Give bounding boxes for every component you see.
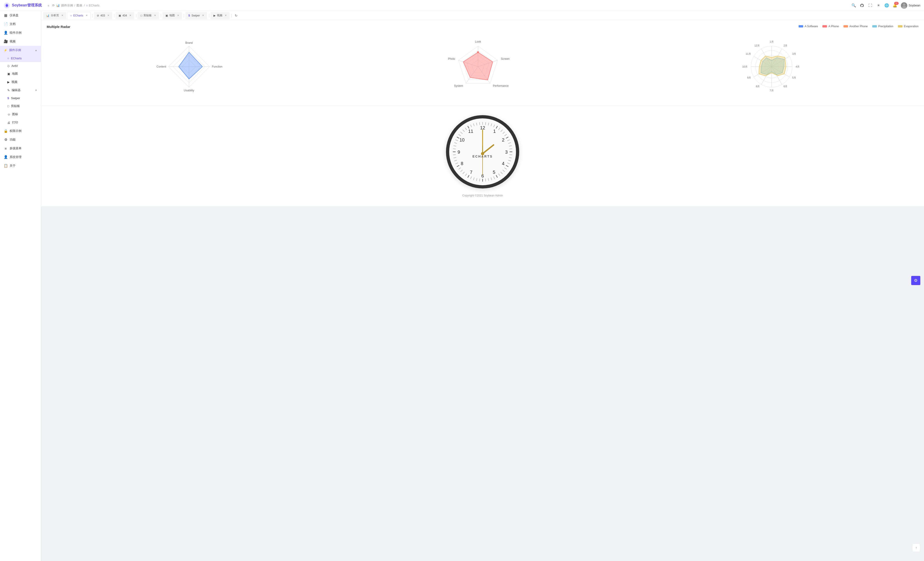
sidebar-item-antv[interactable]: ◇ AntV [0, 62, 41, 70]
sidebar-item-permissions[interactable]: 🔒 权限示例 [0, 126, 41, 135]
sidebar-item-about-label: 关于 [10, 164, 15, 168]
scroll-top-icon: ↑ [915, 546, 917, 549]
clock-num-7: 7 [470, 170, 472, 175]
sidebar-item-video-top[interactable]: 🎥 视频 [0, 37, 41, 46]
breadcrumb-item-charts[interactable]: 图表 [76, 3, 82, 8]
svg-point-32 [477, 51, 479, 53]
sidebar-item-swiper[interactable]: S Swiper [0, 94, 41, 102]
svg-line-98 [471, 176, 472, 179]
tab-403-label: 403 [100, 14, 105, 17]
tab-analysis-close[interactable]: ✕ [62, 14, 63, 17]
svg-text:6月: 6月 [783, 85, 788, 88]
tab-analysis-label: 分析页 [51, 14, 59, 17]
settings-fab-icon: ⚙ [914, 278, 918, 283]
tab-analysis[interactable]: 📊 分析页 ✕ [43, 12, 66, 19]
sidebar-item-docs[interactable]: 📄 文档 [0, 20, 41, 29]
clock-hour-hand [483, 145, 494, 153]
sidebar-item-map[interactable]: ▣ 地图 [0, 70, 41, 78]
tab-404-close[interactable]: ✕ [129, 14, 131, 17]
sidebar-item-echarts[interactable]: ○ ECharts [0, 54, 41, 62]
plugins-icon: ⚡ [4, 48, 8, 52]
sidebar-item-dashboard[interactable]: ▦ 仪表盘 [0, 11, 41, 20]
svg-text:9月: 9月 [747, 76, 751, 79]
svg-line-114 [468, 126, 469, 128]
multimenu-icon: ≡ [4, 147, 8, 150]
svg-marker-26 [464, 52, 493, 80]
github-icon[interactable] [860, 3, 864, 8]
svg-line-110 [453, 149, 456, 149]
svg-line-113 [455, 140, 458, 141]
svg-line-70 [498, 128, 500, 130]
logo-area: Soybean管理系统 [4, 2, 45, 9]
tab-echarts[interactable]: ○ ECharts ✕ [67, 12, 91, 19]
icon-lib-icon: ☺ [8, 113, 10, 116]
sidebar-item-video[interactable]: ▶ 视频 [0, 78, 41, 86]
tab-map-close[interactable]: ✕ [177, 14, 179, 17]
app-title: Soybean管理系统 [12, 3, 42, 8]
svg-line-64 [496, 126, 498, 128]
sidebar-item-iconlib[interactable]: ☺ 图标 [0, 110, 41, 118]
sidebar-group-plugins: ⚡ 插件示例 ▲ ○ ECharts ◇ AntV ▣ 地图 ▶ 视频 ✎ 编辑… [0, 46, 41, 126]
svg-line-103 [459, 168, 461, 169]
svg-text:Performance: Performance [493, 84, 508, 87]
svg-text:3月: 3月 [792, 53, 796, 55]
svg-line-118 [465, 128, 467, 130]
print-label: 打印 [12, 120, 18, 125]
scroll-top-btn[interactable]: ↑ [912, 544, 920, 552]
tab-bar: 📊 分析页 ✕ ○ ECharts ✕ | ⊘ 403 ✕ | ▣ 404 ✕ … [41, 11, 924, 20]
settings-fab-btn[interactable]: ⚙ [911, 276, 920, 285]
tab-clipboard[interactable]: □ 剪贴板 ✕ [138, 12, 159, 19]
tab-404-label: 404 [122, 14, 127, 17]
user-info[interactable]: Soybean [901, 2, 920, 9]
sidebar-item-components[interactable]: 👤 组件示例 [0, 29, 41, 37]
plugins-group-header[interactable]: ⚡ 插件示例 ▲ [0, 46, 41, 54]
theme-icon[interactable]: ☀ [876, 3, 881, 8]
clock-wrapper: 12 1 2 3 4 5 6 7 8 9 10 11 ECHARTS [446, 115, 519, 188]
breadcrumb-sep-0: 📊 [56, 4, 60, 7]
svg-text:Function: Function [212, 65, 222, 68]
sidebar-item-system[interactable]: 👤 系统管理 [0, 153, 41, 161]
tab-404[interactable]: ▣ 404 ✕ [116, 12, 134, 19]
tab-refresh-btn[interactable]: ↻ [235, 14, 237, 17]
svg-line-112 [454, 143, 457, 144]
svg-line-87 [501, 172, 502, 174]
svg-line-72 [503, 132, 505, 134]
tab-clipboard-close[interactable]: ✕ [154, 14, 156, 17]
tab-swiper[interactable]: S Swiper ✕ [185, 12, 207, 19]
svg-line-116 [460, 132, 462, 134]
notification-icon[interactable]: 🔔 16 [892, 3, 897, 8]
tab-swiper-close[interactable]: ✕ [202, 14, 204, 17]
top-navigation: Soybean管理系统 « ⟳ 📊 插件示例 / 图表 / ○ ECharts … [0, 0, 924, 11]
tab-403-close[interactable]: ✕ [107, 14, 110, 17]
collapse-sidebar-btn[interactable]: « [48, 4, 50, 8]
video-label: 视频 [12, 80, 17, 84]
antv-icon: ◇ [8, 64, 10, 68]
svg-line-91 [491, 177, 492, 180]
sidebar-item-components-label: 组件示例 [10, 31, 21, 35]
legend-color-software [799, 25, 803, 27]
breadcrumb-item-1[interactable]: ⟳ [52, 4, 55, 7]
breadcrumb-item-plugins[interactable]: 插件示例 [61, 3, 73, 8]
tab-map[interactable]: ▣ 地图 ✕ [162, 12, 182, 19]
sidebar-item-print[interactable]: 🖨 打印 [0, 118, 41, 126]
functions-icon: ⚙ [4, 138, 8, 142]
legend-item-precipitation: Precipitation [872, 25, 893, 28]
tab-echarts-close[interactable]: ✕ [86, 14, 88, 17]
sidebar-item-editor[interactable]: ✎ 编辑器 ▼ [0, 86, 41, 94]
sidebar-item-functions[interactable]: ⚙ 功能 [0, 135, 41, 144]
sidebar-item-clipboard[interactable]: □ 剪贴板 [0, 102, 41, 110]
fullscreen-icon[interactable]: ⛶ [868, 3, 873, 8]
radar-chart-3: 1月 2月 3月 4月 5月 6月 7月 8月 9月 10月 11月 12月 [735, 30, 808, 103]
tab-video-close[interactable]: ✕ [225, 14, 227, 17]
radar-charts-container: Brand Function Usability Content [46, 32, 918, 101]
sidebar-item-multimenu[interactable]: ≡ 多级菜单 [0, 144, 41, 153]
svg-text:Brand: Brand [185, 41, 193, 44]
search-icon[interactable]: 🔍 [852, 3, 856, 8]
map-label: 地图 [12, 72, 18, 76]
legend-label-evaporation: Evaporation [904, 25, 918, 28]
tab-403[interactable]: ⊘ 403 ✕ [94, 12, 112, 19]
map-icon: ▣ [8, 72, 10, 75]
tab-video[interactable]: ▶ 视频 ✕ [210, 12, 230, 19]
sidebar-item-about[interactable]: 📋 关于 [0, 161, 41, 170]
language-icon[interactable]: 🌐 [884, 3, 889, 8]
